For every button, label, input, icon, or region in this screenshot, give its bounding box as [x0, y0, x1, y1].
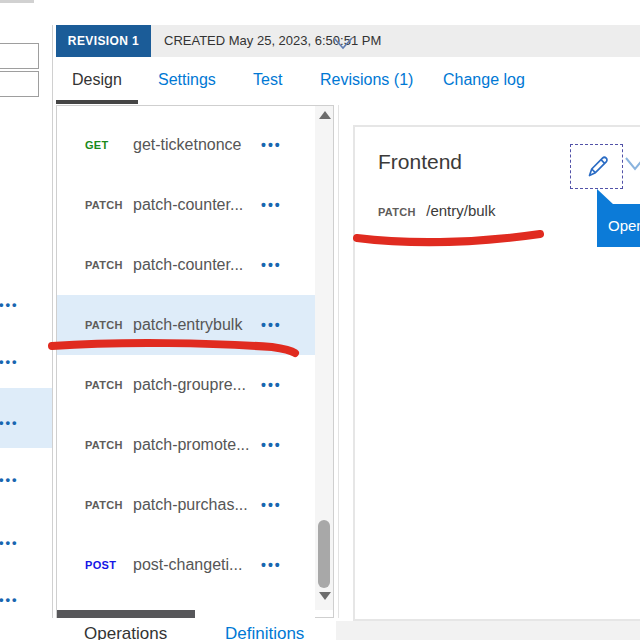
frontend-path-label: /entry/bulk [426, 202, 495, 219]
method-label: PATCH [85, 235, 123, 295]
row-overflow-menu-icon[interactable]: ••• [261, 235, 282, 295]
overflow-menu-icon[interactable]: ••• [0, 354, 25, 370]
overflow-menu-icon[interactable]: ••• [0, 415, 25, 431]
operation-row-patch-promote[interactable]: PATCH patch-promote... ••• [57, 415, 315, 475]
frontend-operation-line: PATCH /entry/bulk [378, 201, 495, 221]
row-overflow-menu-icon[interactable]: ••• [261, 175, 282, 235]
chevron-down-icon[interactable] [625, 157, 640, 171]
tab-test[interactable]: Test [253, 71, 282, 89]
operation-name: get-ticketnonce [133, 115, 242, 175]
operation-row-patch-purchas[interactable]: PATCH patch-purchas... ••• [57, 475, 315, 535]
tab-change-log[interactable]: Change log [443, 71, 525, 89]
overflow-menu-icon[interactable]: ••• [0, 535, 25, 551]
frontend-method-label: PATCH [378, 206, 416, 218]
tab-definitions[interactable]: Definitions [225, 624, 304, 640]
method-label: PATCH [85, 295, 123, 355]
panel-separator-line [52, 25, 53, 640]
operation-name: patch-counter... [133, 235, 243, 295]
row-overflow-menu-icon[interactable]: ••• [261, 415, 282, 475]
chevron-down-icon[interactable] [333, 37, 353, 50]
method-label: PATCH [85, 355, 123, 415]
operation-row-patch-counter-2[interactable]: PATCH patch-counter... ••• [57, 235, 315, 295]
open-tooltip-button[interactable]: Open [597, 204, 640, 247]
operation-name: post-changeti... [133, 535, 242, 595]
tab-settings[interactable]: Settings [158, 71, 216, 89]
row-overflow-menu-icon[interactable]: ••• [261, 475, 282, 535]
tab-revisions[interactable]: Revisions (1) [320, 71, 413, 89]
method-label: PATCH [85, 415, 123, 475]
method-label: PATCH [85, 475, 123, 535]
overflow-menu-icon[interactable]: ••• [0, 592, 25, 608]
operation-row-patch-counter-1[interactable]: PATCH patch-counter... ••• [57, 175, 315, 235]
clipped-field-box-1 [0, 43, 39, 69]
operation-row-patch-groupre[interactable]: PATCH patch-groupre... ••• [57, 355, 315, 415]
horizontal-scrollbar-thumb[interactable] [57, 610, 195, 618]
page-background-strip [336, 621, 640, 640]
frontend-card [353, 125, 640, 621]
operation-name: patch-entrybulk [133, 295, 242, 355]
clipped-edge-artifact [0, 0, 34, 3]
row-overflow-menu-icon[interactable]: ••• [261, 295, 282, 355]
operation-name: patch-purchas... [133, 475, 248, 535]
scroll-down-arrow-icon[interactable] [319, 592, 331, 600]
method-label: PATCH [85, 175, 123, 235]
operation-name: patch-promote... [133, 415, 250, 475]
clipped-field-box-2 [0, 71, 39, 97]
method-label: POST [85, 535, 116, 595]
scroll-up-arrow-icon[interactable] [319, 111, 331, 119]
operation-row-post-changeti[interactable]: POST post-changeti... ••• [57, 535, 315, 595]
overflow-menu-icon[interactable]: ••• [0, 472, 25, 488]
panel-gutter-line [338, 105, 339, 618]
operation-name: patch-counter... [133, 175, 243, 235]
revision-badge: REVISION 1 [56, 25, 151, 57]
row-overflow-menu-icon[interactable]: ••• [261, 355, 282, 415]
tab-operations[interactable]: Operations [84, 624, 167, 640]
operation-name: patch-groupre... [133, 355, 246, 415]
tab-design[interactable]: Design [72, 71, 122, 89]
frontend-card-title: Frontend [378, 150, 462, 174]
pencil-icon [582, 152, 612, 182]
method-label: GET [85, 115, 109, 175]
edit-frontend-button[interactable] [570, 144, 623, 189]
overflow-menu-icon[interactable]: ••• [0, 297, 25, 313]
operation-row-patch-entrybulk[interactable]: PATCH patch-entrybulk ••• [57, 295, 315, 355]
row-overflow-menu-icon[interactable]: ••• [261, 535, 282, 595]
row-overflow-menu-icon[interactable]: ••• [261, 115, 282, 175]
operation-row-get-ticketnonce[interactable]: GET get-ticketnonce ••• [57, 115, 315, 175]
vertical-scrollbar-thumb[interactable] [318, 520, 330, 588]
active-tab-underline [56, 100, 138, 104]
